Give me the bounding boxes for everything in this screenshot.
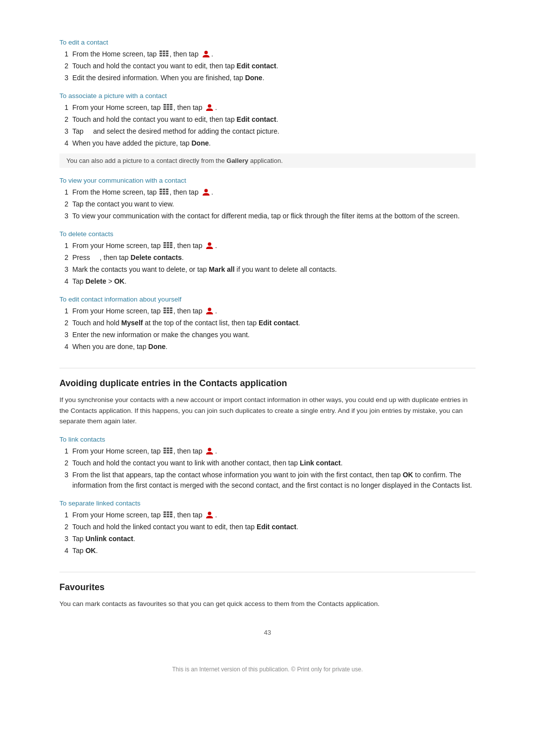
step-item: 1 From the Home screen, tap , then tap .	[59, 187, 476, 198]
step-item: 1 From your Home screen, tap , then tap …	[59, 306, 476, 316]
section-associate-picture: To associate a picture with a contact 1 …	[59, 92, 476, 168]
step-item: 1 From your Home screen, tap , then tap …	[59, 241, 476, 251]
step-item: 3 Edit the desired information. When you…	[59, 73, 476, 83]
body-favourites: You can mark contacts as favourites so t…	[59, 599, 476, 609]
steps-associate-picture: 1 From your Home screen, tap , then tap …	[59, 102, 476, 149]
steps-delete-contacts: 1 From your Home screen, tap , then tap …	[59, 241, 476, 287]
step-item: 2 Touch and hold the contact you want to…	[59, 458, 476, 468]
step-item: 2 Touch and hold the linked contact you …	[59, 522, 476, 532]
steps-view-communication: 1 From the Home screen, tap , then tap .…	[59, 187, 476, 221]
step-item: 3 From the list that appears, tap the co…	[59, 470, 476, 491]
heading-avoiding-duplicates: Avoiding duplicate entries in the Contac…	[59, 368, 476, 389]
page-number: 43	[59, 629, 476, 636]
step-item: 2 Tap the contact you want to view.	[59, 199, 476, 209]
step-item: 3 Mark the contacts you want to delete, …	[59, 264, 476, 275]
step-item: 2 Touch and hold the contact you want to…	[59, 114, 476, 125]
steps-separate-contacts: 1 From your Home screen, tap , then tap …	[59, 510, 476, 556]
section-edit-contact: To edit a contact 1 From the Home screen…	[59, 39, 476, 83]
step-item: 3 To view your communication with the co…	[59, 211, 476, 221]
steps-edit-contact: 1 From the Home screen, tap , then tap .…	[59, 49, 476, 83]
step-item: 2 Press , then tap Delete contacts.	[59, 252, 476, 263]
step-item: 1 From your Home screen, tap , then tap …	[59, 102, 476, 113]
step-item: 2 Touch and hold Myself at the top of th…	[59, 318, 476, 328]
step-item: 1 From the Home screen, tap , then tap .	[59, 49, 476, 59]
section-title-associate-picture: To associate a picture with a contact	[59, 92, 476, 100]
section-title-link-contacts: To link contacts	[59, 436, 476, 443]
section-edit-self: To edit contact information about yourse…	[59, 296, 476, 352]
steps-edit-self: 1 From your Home screen, tap , then tap …	[59, 306, 476, 352]
section-delete-contacts: To delete contacts 1 From your Home scre…	[59, 230, 476, 287]
section-title-delete-contacts: To delete contacts	[59, 230, 476, 238]
section-title-edit-self: To edit contact information about yourse…	[59, 296, 476, 303]
step-item: 3 Tap Unlink contact.	[59, 534, 476, 544]
step-item: 2 Touch and hold the contact you want to…	[59, 61, 476, 71]
step-item: 4 Tap Delete > OK.	[59, 276, 476, 287]
step-item: 4 When you are done, tap Done.	[59, 342, 476, 352]
step-item: 4 When you have added the picture, tap D…	[59, 138, 476, 149]
step-item: 1 From your Home screen, tap , then tap …	[59, 446, 476, 456]
note-gallery: You can also add a picture to a contact …	[59, 153, 476, 168]
section-title-view-communication: To view your communication with a contac…	[59, 177, 476, 184]
page-footer: This is an Internet version of this publ…	[59, 666, 476, 673]
section-separate-contacts: To separate linked contacts 1 From your …	[59, 500, 476, 556]
step-item: 3 Enter the new information or make the …	[59, 330, 476, 340]
step-item: 1 From your Home screen, tap , then tap …	[59, 510, 476, 520]
steps-link-contacts: 1 From your Home screen, tap , then tap …	[59, 446, 476, 491]
section-link-contacts: To link contacts 1 From your Home screen…	[59, 436, 476, 491]
section-title-edit-contact: To edit a contact	[59, 39, 476, 46]
section-view-communication: To view your communication with a contac…	[59, 177, 476, 221]
step-item: 4 Tap OK.	[59, 546, 476, 556]
heading-favourites: Favourites	[59, 572, 476, 593]
section-title-separate-contacts: To separate linked contacts	[59, 500, 476, 507]
step-item: 3 Tap and select the desired method for …	[59, 126, 476, 137]
body-avoiding-duplicates: If you synchronise your contacts with a …	[59, 395, 476, 427]
